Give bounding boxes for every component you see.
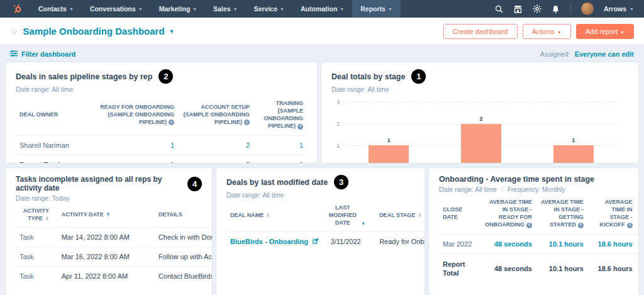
account-menu[interactable]: Arrows ▼: [604, 5, 640, 13]
info-icon[interactable]: i: [627, 223, 633, 228]
avg-time-link[interactable]: 48 seconds: [494, 240, 532, 248]
filter-bar: Filter dashboard Assigned: Everyone can …: [0, 45, 644, 62]
column-header[interactable]: READY FOR ONBOARDING (SAMPLE ONBOARDING …: [84, 94, 178, 135]
nav-item-marketing[interactable]: Marketing▼: [151, 0, 206, 18]
column-header[interactable]: AVERAGE TIME IN STAGE - READY FOR ONBOAR…: [479, 193, 536, 234]
bar-chart: 3 2 1 0 1 2 1: [331, 102, 628, 164]
nav-item-service[interactable]: Service▼: [246, 0, 292, 18]
avg-time-link[interactable]: 10.1 hours: [549, 240, 584, 248]
info-icon[interactable]: i: [526, 223, 532, 228]
card-title: Onboarding - Average time spent in stage: [439, 175, 594, 184]
report-total-label: Report Total: [439, 253, 479, 283]
column-header[interactable]: AVERAGE TIME IN STAGE - ACCOUNT SETUPi: [636, 193, 639, 234]
report-total-label: Report Total: [16, 155, 84, 164]
deal-count-link[interactable]: 1: [299, 142, 303, 149]
info-icon[interactable]: i: [297, 124, 303, 130]
date-range-label: Date range: All time: [331, 86, 389, 93]
deals-modified-table: DEAL NAME▲▼ LAST MODIFIED DATE▲▼ DEAL ST…: [226, 199, 425, 251]
nav-item-conversations[interactable]: Conversations▼: [82, 0, 151, 18]
total-cell: 48 seconds: [479, 253, 536, 283]
filter-dashboard-button[interactable]: Filter dashboard: [10, 50, 75, 58]
bar-training[interactable]: 1: [553, 145, 594, 164]
y-tick: 1: [336, 143, 340, 149]
sort-icon[interactable]: ▲▼: [106, 213, 110, 217]
favorite-star-icon[interactable]: ☆: [10, 26, 18, 36]
assigned-value-link[interactable]: Everyone can edit: [575, 50, 634, 58]
column-header[interactable]: TRAINING (SAMPLE ONBOARDING PIPELINE)i: [253, 94, 307, 135]
chevron-down-icon: ▼: [280, 7, 284, 11]
nav-item-label: Automation: [301, 5, 337, 13]
column-header[interactable]: LAST MODIFIED DATE▲▼: [322, 199, 369, 232]
card-title: Tasks incomplete assigned to all reps by…: [16, 175, 182, 192]
sort-icon[interactable]: ▲▼: [45, 216, 49, 221]
activity-type-cell: Task: [16, 267, 53, 286]
hubspot-logo-icon[interactable]: [5, 0, 30, 18]
close-date-cell: Mar 2022: [439, 234, 479, 253]
filter-icon: [10, 50, 18, 58]
chevron-down-icon: ▼: [388, 7, 392, 11]
account-name: Arrows: [604, 5, 626, 13]
deal-name-link[interactable]: BlueBirds - Onboarding: [230, 238, 308, 245]
chevron-down-icon: ▼: [69, 7, 74, 11]
nav-item-contacts[interactable]: Contacts▼: [30, 0, 82, 18]
chevron-down-icon: ▼: [233, 7, 238, 11]
bell-icon[interactable]: [552, 4, 560, 13]
card-deal-totals-by-stage: Deal totals by stage 1 Date range: All t…: [321, 62, 639, 164]
info-icon[interactable]: i: [578, 223, 584, 228]
info-icon[interactable]: i: [244, 120, 250, 125]
search-icon[interactable]: [495, 4, 504, 13]
activity-date-cell: Mar 16, 2022 8:00 AM: [53, 247, 133, 267]
top-nav: Contacts▼ Conversations▼ Marketing▼ Sale…: [0, 0, 644, 18]
column-header[interactable]: DEAL NAME▲▼: [226, 199, 322, 232]
button-label: Create dashboard: [453, 28, 508, 35]
filter-dashboard-label: Filter dashboard: [21, 50, 75, 58]
date-range-label: Date range: All time: [226, 191, 284, 199]
bar-ready-for-onboarding[interactable]: 1: [369, 145, 409, 164]
deal-owner-cell: Shareil Nariman: [16, 135, 84, 155]
actions-button[interactable]: Actions▼: [523, 24, 571, 39]
details-cell: Check in with Donna on template re-cr: [133, 228, 213, 247]
user-avatar[interactable]: [581, 3, 594, 15]
chevron-down-icon: ▼: [138, 7, 143, 11]
total-cell: 1: [253, 155, 307, 164]
column-header[interactable]: AVERAGE TIME IN STAGE - GETTING STARTEDi: [536, 193, 587, 234]
nav-item-label: Service: [254, 5, 277, 13]
avg-time-link[interactable]: 18.6 hours: [598, 240, 633, 248]
gear-icon[interactable]: [533, 4, 541, 13]
table-row-total: Report Total 48 seconds 10.1 hours 18.6 …: [439, 253, 639, 283]
info-icon[interactable]: i: [169, 120, 174, 125]
deal-count-link[interactable]: 1: [170, 142, 174, 149]
nav-item-reports[interactable]: Reports▼: [352, 0, 401, 18]
bar-value-label: 1: [369, 137, 409, 143]
bar-account-setup[interactable]: 2: [461, 124, 501, 164]
table-row-total: Report Total 1 2 1: [16, 155, 307, 164]
column-header[interactable]: DETAILS: [133, 202, 213, 228]
dashboard-switcher-caret-icon[interactable]: ▼: [169, 28, 175, 35]
column-header[interactable]: DEAL STAGE▲▼: [369, 199, 425, 232]
table-row: Mar 2022 48 seconds 10.1 hours 18.6 hour…: [439, 234, 639, 253]
column-header[interactable]: ACCOUNT SETUP (SAMPLE ONBOARDING PIPELIN…: [178, 94, 253, 135]
button-label: Add report: [586, 28, 618, 35]
date-range-label: Date range: All time: [16, 86, 74, 93]
column-header[interactable]: ACTIVITY TYPE▲▼: [16, 202, 53, 228]
page-title: Sample Onboarding Dashboard: [23, 26, 165, 36]
sort-icon[interactable]: ▲▼: [266, 213, 270, 218]
nav-item-label: Contacts: [38, 5, 67, 13]
column-header[interactable]: DEAL OWNER: [16, 94, 84, 135]
column-header[interactable]: CLOSE DATE: [439, 193, 479, 234]
create-dashboard-button[interactable]: Create dashboard: [443, 24, 518, 39]
nav-item-automation[interactable]: Automation▼: [292, 0, 352, 18]
add-report-button[interactable]: Add report▼: [576, 24, 634, 39]
sort-icon[interactable]: ▲▼: [362, 221, 365, 226]
nav-item-sales[interactable]: Sales▼: [205, 0, 245, 18]
deal-count-link[interactable]: 2: [246, 142, 250, 149]
column-header[interactable]: ACTIVITY DATE▲▼: [53, 202, 133, 228]
card-title: Deals by last modified date: [226, 178, 328, 187]
nav-menu: Contacts▼ Conversations▼ Marketing▼ Sale…: [30, 0, 401, 18]
bar-value-label: 1: [553, 137, 594, 143]
marketplace-icon[interactable]: [514, 4, 523, 13]
column-header[interactable]: AVERAGE TIME IN STAGE - KICKOFFi: [587, 193, 636, 234]
sort-icon[interactable]: ▲▼: [418, 213, 421, 218]
external-link-icon[interactable]: [313, 238, 318, 245]
chevron-down-icon: ▼: [192, 7, 197, 11]
